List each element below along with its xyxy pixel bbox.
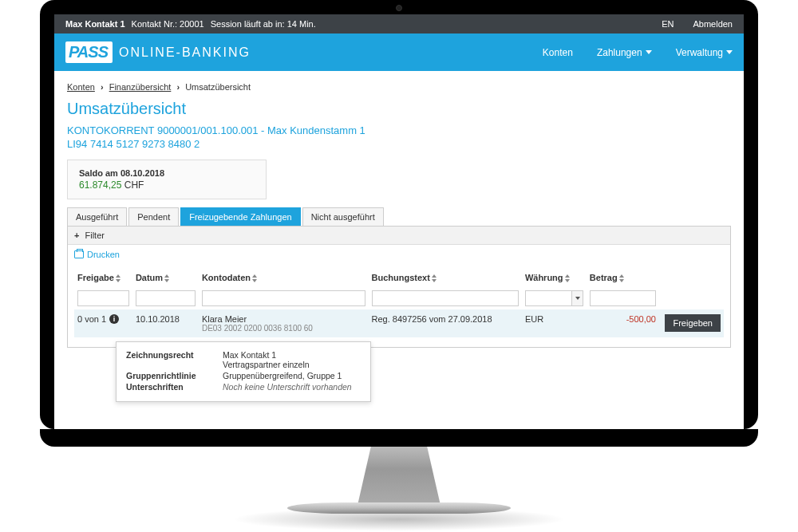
table-header-row: Freigabe Datum Kontodaten Buchungstext W… bbox=[74, 268, 724, 286]
tt-label-policy: Gruppenrichtlinie bbox=[126, 371, 210, 380]
cell-buchungstext: Reg. 8497256 vom 27.09.2018 bbox=[369, 309, 522, 337]
print-label: Drucken bbox=[87, 250, 120, 259]
account-description: KONTOKORRENT 9000001/001.100.001 - Max K… bbox=[67, 124, 731, 136]
language-switcher[interactable]: EN bbox=[662, 19, 674, 29]
breadcrumb-current: Umsatzübersicht bbox=[185, 82, 251, 92]
approve-button[interactable]: Freigeben bbox=[665, 314, 721, 332]
tab-executed[interactable]: Ausgeführt bbox=[67, 207, 127, 226]
nav-admin[interactable]: Verwaltung bbox=[676, 47, 733, 58]
nav-admin-label: Verwaltung bbox=[676, 47, 723, 58]
header: PASS ONLINE-BANKING Konten Zahlungen Ver… bbox=[54, 33, 744, 71]
col-header-datum[interactable]: Datum bbox=[132, 268, 199, 286]
filter-input-betrag[interactable] bbox=[590, 290, 656, 306]
contact-number: Kontakt Nr.: 20001 bbox=[132, 19, 204, 29]
balance-box: Saldo am 08.10.2018 61.874,25 CHF bbox=[67, 160, 267, 199]
logo-text: ONLINE-BANKING bbox=[119, 45, 251, 60]
col-header-betrag[interactable]: Betrag bbox=[587, 268, 659, 286]
filter-input-kontodaten[interactable] bbox=[202, 290, 365, 306]
tt-value-signing-name: Max Kontakt 1 bbox=[223, 350, 361, 360]
tt-label-signing: Zeichnungsrecht bbox=[126, 350, 210, 369]
cell-betrag: -500,00 bbox=[587, 309, 659, 337]
tab-notexecuted[interactable]: Nicht ausgeführt bbox=[302, 207, 384, 226]
col-header-freigabe[interactable]: Freigabe bbox=[74, 268, 132, 286]
transactions-table: Freigabe Datum Kontodaten Buchungstext W… bbox=[74, 268, 724, 337]
table-filter-row bbox=[74, 286, 724, 309]
tabs: Ausgeführt Pendent Freizugebende Zahlung… bbox=[67, 207, 731, 227]
chevron-down-icon bbox=[646, 50, 652, 54]
print-link[interactable]: Drucken bbox=[74, 250, 120, 259]
tab-pending[interactable]: Pendent bbox=[128, 207, 179, 226]
plus-icon: + bbox=[74, 231, 79, 240]
col-header-buchungstext[interactable]: Buchungstext bbox=[369, 268, 522, 286]
breadcrumb-sep: › bbox=[101, 82, 104, 92]
tt-value-signing-type: Vertragspartner einzeln bbox=[223, 360, 361, 369]
contact-name: Max Kontakt 1 bbox=[65, 19, 125, 29]
filter-label: Filter bbox=[85, 231, 105, 240]
balance-amount: 61.874,25 bbox=[79, 179, 121, 191]
printer-icon bbox=[74, 250, 84, 258]
info-icon[interactable]: i bbox=[109, 314, 119, 324]
session-timer: Session läuft ab in: 14 Min. bbox=[211, 19, 316, 29]
signature-tooltip: Zeichnungsrecht Max Kontakt 1 Vertragspa… bbox=[116, 341, 371, 402]
breadcrumb-finance[interactable]: Finanzübersicht bbox=[109, 82, 172, 92]
balance-currency: CHF bbox=[124, 179, 144, 191]
cell-datum: 10.10.2018 bbox=[132, 309, 199, 337]
currency-dropdown-button[interactable] bbox=[571, 290, 583, 306]
logout-link[interactable]: Abmelden bbox=[693, 19, 733, 29]
filter-input-buchungstext[interactable] bbox=[372, 290, 519, 306]
balance-label: Saldo am 08.10.2018 bbox=[79, 168, 255, 178]
nav-accounts[interactable]: Konten bbox=[543, 47, 573, 58]
tt-value-policy: Gruppenübergreifend, Gruppe 1 bbox=[223, 371, 361, 380]
payee-name: Klara Meier bbox=[202, 314, 365, 324]
camera-dot bbox=[396, 5, 402, 11]
payee-iban: DE03 2002 0200 0036 8100 60 bbox=[202, 324, 365, 333]
nav-payments[interactable]: Zahlungen bbox=[597, 47, 652, 58]
table-row: 0 von 1 i 10.10.2018 Klara Meier DE03 20… bbox=[74, 309, 724, 337]
topbar: Max Kontakt 1 Kontakt Nr.: 20001 Session… bbox=[54, 14, 744, 33]
filter-input-datum[interactable] bbox=[136, 290, 196, 306]
tt-value-signatures: Noch keine Unterschrift vorhanden bbox=[223, 382, 361, 392]
logo[interactable]: PASS ONLINE-BANKING bbox=[65, 41, 251, 63]
filter-input-freigabe[interactable] bbox=[77, 290, 129, 306]
account-iban: LI94 7414 5127 9273 8480 2 bbox=[67, 138, 731, 150]
tab-approve[interactable]: Freizugebende Zahlungen bbox=[180, 207, 300, 226]
cell-kontodaten: Klara Meier DE03 2002 0200 0036 8100 60 bbox=[199, 309, 369, 337]
caret-down-icon bbox=[575, 297, 580, 300]
nav-payments-label: Zahlungen bbox=[597, 47, 642, 58]
breadcrumb-accounts[interactable]: Konten bbox=[67, 82, 95, 92]
breadcrumb: Konten › Finanzübersicht › Umsatzübersic… bbox=[67, 79, 731, 100]
nav-accounts-label: Konten bbox=[543, 47, 573, 58]
approval-count: 0 von 1 bbox=[77, 314, 106, 324]
breadcrumb-sep: › bbox=[176, 82, 180, 92]
col-header-wahrung[interactable]: Währung bbox=[522, 268, 587, 286]
filter-input-wahrung[interactable] bbox=[525, 290, 572, 306]
cell-wahrung: EUR bbox=[522, 309, 587, 337]
page-title: Umsatzübersicht bbox=[67, 100, 731, 118]
col-header-kontodaten[interactable]: Kontodaten bbox=[199, 268, 369, 286]
tt-label-signatures: Unterschriften bbox=[126, 382, 210, 392]
chevron-down-icon bbox=[726, 50, 733, 54]
filter-toggle[interactable]: + Filter bbox=[68, 227, 730, 245]
logo-mark: PASS bbox=[65, 41, 113, 63]
